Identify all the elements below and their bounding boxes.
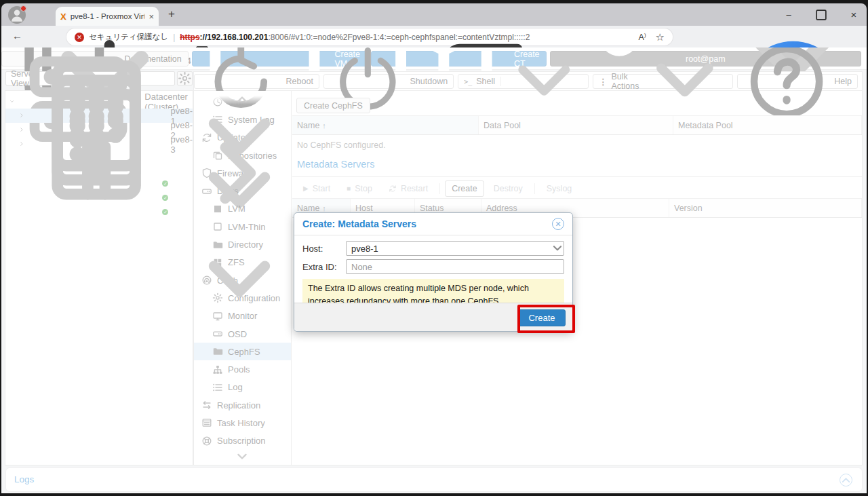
dialog-title: Create: Metadata Servers xyxy=(302,218,552,229)
maximize-button[interactable] xyxy=(814,7,829,22)
tab-close-icon[interactable]: × xyxy=(149,12,154,22)
chevron-down-icon[interactable] xyxy=(551,242,564,254)
annotation-highlight-box xyxy=(517,305,575,333)
browser-tab[interactable]: X pve8-1 - Proxmox Virtual Environ × xyxy=(56,7,159,26)
browser-urlbar: ← ✕ セキュリティ保護なし | https://192.168.100.201… xyxy=(1,26,867,47)
browser-titlebar: X pve8-1 - Proxmox Virtual Environ × + –… xyxy=(1,3,867,26)
dialog-close-icon[interactable]: ✕ xyxy=(552,218,564,230)
profile-avatar[interactable] xyxy=(8,6,26,24)
proxmox-favicon: X xyxy=(60,12,66,22)
new-tab-button[interactable]: + xyxy=(168,7,175,21)
extra-id-label: Extra ID: xyxy=(302,262,346,272)
notification-dot xyxy=(20,5,26,12)
host-label: Host: xyxy=(302,244,346,254)
minimize-button[interactable]: – xyxy=(781,9,796,20)
tab-title: pve8-1 - Proxmox Virtual Environ xyxy=(71,12,145,20)
screen: X pve8-1 - Proxmox Virtual Environ × + –… xyxy=(0,0,868,496)
host-select[interactable]: pve8-1 xyxy=(346,241,564,256)
close-button[interactable]: × xyxy=(846,9,861,20)
extra-id-input[interactable] xyxy=(346,259,564,274)
